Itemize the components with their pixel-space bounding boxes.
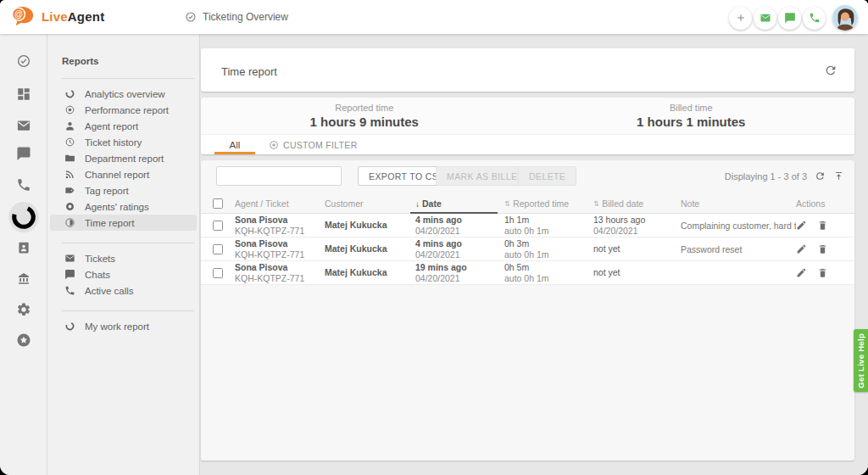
sidebar-item-analytics-overview[interactable]: Analytics overview	[50, 86, 197, 102]
ticket-id[interactable]: KQH-KQTPZ-771	[235, 273, 325, 284]
rail-item-settings[interactable]	[0, 302, 47, 317]
get-live-help-button[interactable]: Get Live Help	[854, 329, 868, 392]
agent-ticket-cell: Sona PisovaKQH-KQTPZ-771	[235, 238, 325, 260]
col-reported-time[interactable]: ⇅ Reported time	[504, 194, 593, 213]
chat-icon	[16, 146, 31, 161]
edit-pencil-icon[interactable]	[796, 243, 807, 254]
table-row[interactable]: Sona PisovaKQH-KQTPZ-771 Matej Kukucka 1…	[201, 261, 854, 285]
reported-time-cell: 0h 5mauto 0h 1m	[504, 261, 593, 284]
agent-ticket-cell: Sona PisovaKQH-KQTPZ-771	[235, 214, 325, 237]
sidebar-item-active-calls[interactable]: Active calls	[50, 282, 197, 299]
trash-icon[interactable]	[817, 243, 828, 254]
sort-descending-icon: ↓	[415, 199, 420, 209]
rail-item-reports[interactable]	[8, 202, 39, 232]
nav-label: My work report	[85, 321, 149, 332]
tab-ticketing-overview[interactable]: Ticketing Overview	[185, 0, 288, 34]
target-icon	[64, 104, 75, 115]
col-customer[interactable]: Customer	[325, 194, 415, 213]
rail-item-contacts[interactable]	[0, 240, 47, 255]
check-circle-icon	[185, 11, 197, 23]
ticket-id[interactable]: KQH-KQTPZ-771	[235, 249, 325, 260]
reported-auto: auto 0h 1m	[504, 226, 593, 237]
sidebar-item-time-report[interactable]: Time report	[50, 215, 197, 231]
tab-all[interactable]: All	[211, 135, 259, 154]
sidebar-item-agent-report[interactable]: Agent report	[50, 118, 197, 134]
customer-name[interactable]: Matej Kukucka	[325, 243, 415, 254]
rail-item-starred[interactable]	[0, 332, 47, 348]
billed-relative: not yet	[593, 243, 681, 254]
refresh-icon[interactable]	[824, 64, 837, 77]
user-avatar[interactable]	[832, 5, 858, 31]
col-agent-ticket[interactable]: Agent / Ticket	[235, 194, 325, 213]
table-header-row: Agent / Ticket Customer ↓ Date ⇅ Reporte…	[201, 194, 854, 214]
date-absolute: 04/20/2021	[415, 226, 504, 237]
nav-label: Tickets	[85, 254, 115, 264]
date-cell: 4 mins ago04/20/2021	[415, 238, 504, 260]
table-row[interactable]: Sona PisovaKQH-KQTPZ-771 Matej Kukucka 4…	[201, 238, 854, 261]
sidebar-item-my-work-report[interactable]: My work report	[50, 318, 197, 334]
get-live-help-label: Get Live Help	[856, 333, 865, 388]
liveagent-logo[interactable]: @ LiveAgent	[11, 5, 104, 27]
sort-icon: ⇅	[593, 199, 599, 208]
col-reported-label: Reported time	[513, 198, 569, 209]
col-note[interactable]: Note	[681, 194, 796, 213]
edit-pencil-icon[interactable]	[796, 267, 807, 278]
rail-item-tickets[interactable]	[0, 118, 47, 133]
new-call-button[interactable]	[803, 7, 826, 30]
row-checkbox[interactable]	[213, 244, 223, 254]
grid-card: EXPORT TO CSV MARK AS BILLED DELETE Disp…	[201, 160, 854, 461]
reported-time: 1h 1m	[504, 215, 593, 226]
billed-relative: 13 hours ago	[593, 215, 681, 226]
rail-item-chats[interactable]	[0, 146, 47, 161]
rail-item-dashboard[interactable]	[0, 87, 47, 102]
sidebar-item-performance-report[interactable]: Performance report	[50, 102, 197, 118]
row-checkbox[interactable]	[213, 268, 223, 278]
add-button[interactable]	[729, 7, 752, 30]
row-checkbox[interactable]	[213, 221, 223, 231]
billed-date-cell: 13 hours ago04/20/2021	[593, 214, 681, 237]
trash-icon[interactable]	[817, 267, 828, 278]
tab-custom-filter[interactable]: CUSTOM FILTER	[259, 135, 368, 154]
billed-date-cell: not yet	[593, 261, 681, 284]
divider	[62, 78, 194, 79]
trash-icon[interactable]	[817, 220, 828, 231]
history-icon	[64, 137, 75, 148]
nav-label: Chats	[85, 270, 110, 280]
new-ticket-button[interactable]	[754, 7, 776, 30]
nav-label: Department report	[85, 154, 164, 164]
rail-item-calls[interactable]	[0, 177, 47, 193]
agent-name: Sona Pisova	[235, 215, 325, 226]
customer-name[interactable]: Matej Kukucka	[325, 220, 415, 231]
scroll-to-top-icon[interactable]	[833, 170, 844, 182]
delete-button[interactable]: DELETE	[518, 166, 576, 186]
table-row[interactable]: Sona PisovaKQH-KQTPZ-771 Matej Kukucka 4…	[201, 214, 854, 238]
ticket-id[interactable]: KQH-KQTPZ-771	[235, 226, 325, 237]
rail-item-tasks[interactable]	[0, 53, 47, 69]
sidebar-item-ticket-history[interactable]: Ticket history	[50, 134, 197, 150]
search-input[interactable]	[216, 166, 342, 186]
edit-pencil-icon[interactable]	[796, 220, 807, 231]
sidebar-item-channel-report[interactable]: Channel report	[50, 166, 197, 182]
refresh-icon[interactable]	[815, 170, 826, 182]
divider	[62, 310, 194, 311]
date-cell: 19 mins ago04/20/2021	[415, 261, 504, 284]
sidebar-item-tag-report[interactable]: Tag report	[50, 182, 197, 198]
note-text: Password reset	[681, 244, 796, 254]
customer-name[interactable]: Matej Kukucka	[325, 267, 415, 278]
sidebar-item-tickets[interactable]: Tickets	[50, 250, 197, 266]
col-billed-date[interactable]: ⇅ Billed date	[593, 194, 681, 213]
sidebar-item-department-report[interactable]: Department report	[50, 150, 197, 166]
date-absolute: 04/20/2021	[415, 249, 504, 260]
select-all-checkbox[interactable]	[213, 198, 223, 209]
col-date[interactable]: ↓ Date	[415, 194, 504, 213]
sorted-column-indicator	[410, 212, 498, 214]
rail-item-billing[interactable]	[0, 271, 47, 286]
sidebar-item-agents-ratings[interactable]: Agents' ratings	[50, 198, 197, 215]
sidebar-item-chats[interactable]: Chats	[50, 266, 197, 282]
new-chat-button[interactable]	[778, 7, 801, 30]
date-relative: 4 mins ago	[415, 215, 504, 226]
app-window: @ LiveAgent Ticketing Overview	[0, 0, 868, 475]
stat-value: 1 hours 9 minutes	[201, 115, 528, 129]
actions-cell	[796, 238, 843, 260]
person-icon	[64, 120, 75, 131]
